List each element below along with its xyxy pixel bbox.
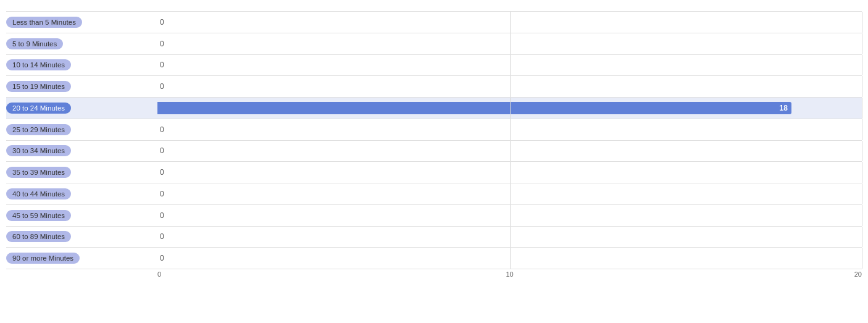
grid-line [510, 98, 511, 119]
grid-line [510, 119, 511, 140]
grid-line [862, 248, 862, 269]
label-pill: Less than 5 Minutes [6, 17, 82, 28]
label-pill: 25 to 29 Minutes [6, 124, 71, 135]
label-pill: 40 to 44 Minutes [6, 188, 71, 199]
label-container: 35 to 39 Minutes [6, 167, 157, 178]
label-pill: 15 to 19 Minutes [6, 81, 71, 92]
bar-row: 30 to 34 Minutes0 [6, 141, 862, 162]
label-container: 10 to 14 Minutes [6, 59, 157, 70]
grid-line [510, 141, 511, 162]
grid-line [510, 205, 511, 226]
bar-value-label: 0 [160, 82, 164, 91]
grid-line [510, 248, 511, 269]
label-container: 90 or more Minutes [6, 253, 157, 264]
bar-section: 0 [157, 119, 862, 140]
grid-line [510, 162, 511, 183]
grid-line [510, 12, 511, 33]
grid-line [862, 98, 862, 119]
bar-value-label: 0 [160, 125, 164, 134]
label-container: 25 to 29 Minutes [6, 124, 157, 135]
bar-value-label: 0 [160, 190, 164, 198]
bar-row: 60 to 89 Minutes0 [6, 227, 862, 248]
bar-row: Less than 5 Minutes0 [6, 11, 862, 33]
bar-value-label: 0 [160, 254, 164, 262]
grid-line [862, 227, 862, 248]
bar-section: 0 [157, 162, 862, 183]
grid-line [510, 33, 511, 54]
label-container: 40 to 44 Minutes [6, 188, 157, 199]
bar-section: 0 [157, 55, 862, 76]
bars-area: Less than 5 Minutes05 to 9 Minutes010 to… [6, 11, 862, 269]
grid-line [862, 162, 862, 183]
bar-section: 0 [157, 205, 862, 226]
grid-line [510, 183, 511, 204]
bar-row: 40 to 44 Minutes0 [6, 183, 862, 205]
bar-section: 0 [157, 141, 862, 162]
bar-value-label: 0 [160, 18, 164, 27]
bar-row: 5 to 9 Minutes0 [6, 33, 862, 55]
bar-section: 0 [157, 248, 862, 269]
label-container: 30 to 34 Minutes [6, 145, 157, 156]
bar-value-label: 0 [160, 168, 164, 177]
label-container: 60 to 89 Minutes [6, 231, 157, 242]
grid-line [862, 76, 862, 97]
grid-line [510, 76, 511, 97]
grid-line [862, 119, 862, 140]
bar-row: 25 to 29 Minutes0 [6, 119, 862, 141]
bar-row: 10 to 14 Minutes0 [6, 55, 862, 77]
grid-line [862, 183, 862, 204]
bar-value-label: 0 [160, 40, 164, 48]
label-container: 45 to 59 Minutes [6, 210, 157, 221]
grid-line [862, 33, 862, 54]
bar-value-label: 18 [780, 104, 788, 112]
x-axis-label: 20 [854, 271, 862, 278]
grid-line [862, 205, 862, 226]
bar-row: 15 to 19 Minutes0 [6, 76, 862, 98]
chart-container: Less than 5 Minutes05 to 9 Minutes010 to… [0, 0, 868, 323]
bar-section: 0 [157, 33, 862, 54]
bar-section: 0 [157, 76, 862, 97]
bar-value-label: 0 [160, 232, 164, 241]
label-container: Less than 5 Minutes [6, 17, 157, 28]
bar-row: 20 to 24 Minutes18 [6, 98, 862, 119]
label-pill: 5 to 9 Minutes [6, 38, 63, 49]
bar-section: 0 [157, 12, 862, 33]
label-pill: 60 to 89 Minutes [6, 231, 71, 242]
bar-value-label: 0 [160, 211, 164, 220]
bar-section: 0 [157, 227, 862, 248]
label-pill: 10 to 14 Minutes [6, 59, 71, 70]
label-pill: 90 or more Minutes [6, 253, 80, 264]
label-pill: 35 to 39 Minutes [6, 167, 71, 178]
label-pill: 20 to 24 Minutes [6, 103, 71, 114]
grid-line [510, 55, 511, 76]
label-container: 20 to 24 Minutes [6, 103, 157, 114]
grid-line [862, 12, 862, 33]
grid-line [862, 141, 862, 162]
x-axis-label: 0 [157, 271, 161, 278]
label-container: 15 to 19 Minutes [6, 81, 157, 92]
x-axis-label: 10 [506, 271, 513, 278]
bar-row: 35 to 39 Minutes0 [6, 162, 862, 183]
bar-fill [157, 102, 791, 114]
bar-section: 18 [157, 98, 862, 119]
bar-row: 90 or more Minutes0 [6, 248, 862, 269]
bar-value-label: 0 [160, 146, 164, 155]
label-pill: 45 to 59 Minutes [6, 210, 71, 221]
bar-row: 45 to 59 Minutes0 [6, 205, 862, 227]
grid-line [510, 227, 511, 248]
bar-section: 0 [157, 183, 862, 204]
bar-value-label: 0 [160, 61, 164, 69]
label-pill: 30 to 34 Minutes [6, 145, 71, 156]
grid-line [862, 55, 862, 76]
label-container: 5 to 9 Minutes [6, 38, 157, 49]
